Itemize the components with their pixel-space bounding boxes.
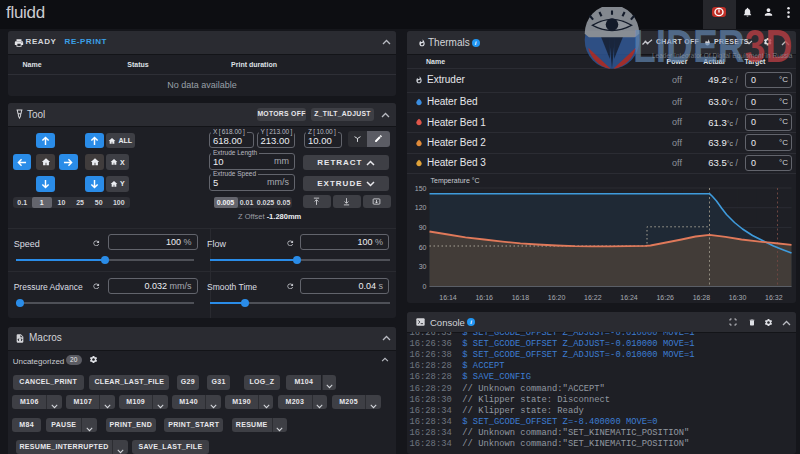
svg-text:16:20: 16:20 <box>547 294 565 301</box>
svg-text:16:18: 16:18 <box>511 294 529 301</box>
svg-text:150: 150 <box>414 185 426 192</box>
svg-text:Temperature °C: Temperature °C <box>430 177 479 185</box>
svg-text:90: 90 <box>418 224 426 231</box>
svg-text:30: 30 <box>418 263 426 270</box>
svg-text:16:30: 16:30 <box>728 294 746 301</box>
svg-text:16:16: 16:16 <box>475 294 493 301</box>
svg-text:16:14: 16:14 <box>439 294 457 301</box>
svg-text:16:24: 16:24 <box>620 294 638 301</box>
svg-text:16:26: 16:26 <box>656 294 674 301</box>
svg-text:16:28: 16:28 <box>692 294 710 301</box>
svg-text:16:22: 16:22 <box>584 294 602 301</box>
svg-text:60: 60 <box>418 244 426 251</box>
svg-text:0: 0 <box>422 283 426 290</box>
svg-text:16:32: 16:32 <box>765 294 783 301</box>
svg-text:120: 120 <box>414 204 426 211</box>
